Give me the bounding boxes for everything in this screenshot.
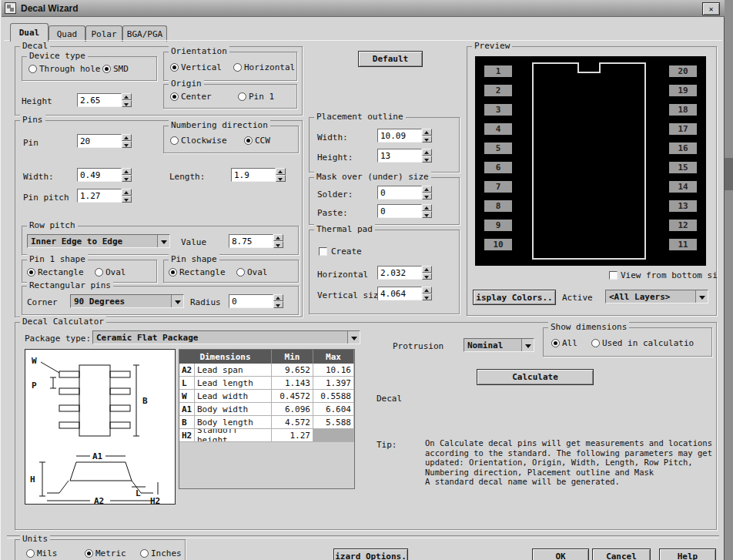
vertical-radio[interactable] <box>170 63 179 72</box>
solder-input[interactable] <box>377 186 422 200</box>
default-button[interactable]: Default <box>358 51 423 67</box>
pins-group-legend: Pins <box>20 115 45 125</box>
thermal-horizontal-spin-up[interactable] <box>422 266 432 273</box>
active-layer-combo[interactable]: <All Layers> <box>605 290 708 303</box>
preview-pin: 12 <box>669 220 697 231</box>
pin1-shape-rectangle-radio[interactable] <box>27 268 35 277</box>
pin-width-spin-up[interactable] <box>122 168 132 175</box>
title-bar[interactable]: Decal Wizard ✕ <box>2 0 725 17</box>
row-min[interactable]: 4.572 <box>272 416 313 429</box>
radius-input[interactable] <box>229 294 273 308</box>
radius-spin-down[interactable] <box>273 301 283 308</box>
row-pitch-mode-value: Inner Edge to Edge <box>28 235 157 247</box>
pin-width-spin-down[interactable] <box>122 175 132 182</box>
protrusion-combo[interactable]: Nominal <box>464 338 534 352</box>
pin-shape-rectangle-radio[interactable] <box>169 268 177 277</box>
tab-bga-pga[interactable]: BGA/PGA <box>122 25 167 42</box>
calculate-button[interactable]: Calculate <box>477 369 594 385</box>
create-checkbox[interactable] <box>319 247 327 256</box>
ok-button[interactable]: OK <box>532 548 589 560</box>
thermal-horizontal-spin-down[interactable] <box>422 273 432 280</box>
row-pitch-value-input[interactable] <box>229 234 273 248</box>
inches-radio[interactable] <box>140 549 149 558</box>
pin-pitch-input[interactable] <box>77 189 122 203</box>
placement-height-input[interactable] <box>377 149 422 163</box>
row-min[interactable]: 6.096 <box>272 403 313 416</box>
pin-length-input[interactable] <box>231 168 276 182</box>
pin-width-input[interactable] <box>77 168 122 182</box>
horizontal-label: Horizontal <box>244 62 295 72</box>
paste-spin-down[interactable] <box>422 211 432 218</box>
thermal-vertical-input[interactable] <box>377 287 422 300</box>
pin1-radio[interactable] <box>238 92 246 101</box>
tab-panel-edge <box>4 40 722 41</box>
placement-height-spin-down[interactable] <box>422 156 432 163</box>
package-type-combo[interactable]: Ceramic Flat Package <box>92 330 360 344</box>
tab-quad[interactable]: Quad <box>49 25 85 42</box>
smd-radio[interactable] <box>102 65 111 73</box>
pin-length-spin-down[interactable] <box>276 175 286 182</box>
placement-width-spin-down[interactable] <box>422 136 432 143</box>
horizontal-radio[interactable] <box>233 63 242 72</box>
pin-length-spin-up[interactable] <box>276 168 286 175</box>
mils-radio[interactable] <box>26 549 35 558</box>
tab-polar[interactable]: Polar <box>85 25 122 42</box>
row-max[interactable]: 6.604 <box>313 403 354 416</box>
ccw-radio[interactable] <box>244 136 253 145</box>
height-input[interactable] <box>77 93 122 107</box>
row-min[interactable]: 1.27 <box>272 429 313 442</box>
through-hole-radio[interactable] <box>28 65 37 73</box>
chevron-down-icon[interactable] <box>157 235 169 247</box>
show-all-radio[interactable] <box>551 339 560 347</box>
row-min[interactable]: 1.143 <box>272 377 313 390</box>
pin-count-spin-down[interactable] <box>122 141 132 148</box>
thermal-horizontal-input[interactable] <box>377 266 422 280</box>
row-pitch-mode-combo[interactable]: Inner Edge to Edge <box>27 234 170 248</box>
row-pitch-spin-down[interactable] <box>273 241 283 248</box>
row-max[interactable]: 10.16 <box>313 364 354 377</box>
corner-combo[interactable]: 90 Degrees <box>70 294 184 308</box>
radius-spin-up[interactable] <box>273 294 283 301</box>
solder-spin-down[interactable] <box>422 193 432 200</box>
chevron-down-icon[interactable] <box>695 290 708 303</box>
pin-pitch-spin-down[interactable] <box>122 196 132 203</box>
row-max[interactable]: 5.588 <box>313 416 354 429</box>
row-pitch-spin-up[interactable] <box>273 234 283 241</box>
thermal-vertical-spin-down[interactable] <box>422 293 432 300</box>
row-min[interactable]: 9.652 <box>272 364 313 377</box>
show-used-radio[interactable] <box>591 339 600 347</box>
paste-input[interactable] <box>377 204 422 218</box>
chevron-down-icon[interactable] <box>171 295 183 307</box>
row-max[interactable]: 1.397 <box>313 377 354 390</box>
chevron-down-icon[interactable] <box>347 331 360 344</box>
placement-height-spin-up[interactable] <box>422 149 432 156</box>
wizard-options-button[interactable]: izard Options. <box>333 548 408 560</box>
pin-shape-oval-radio[interactable] <box>236 268 245 277</box>
chevron-down-icon[interactable] <box>521 339 534 351</box>
height-spin-down[interactable] <box>122 100 132 107</box>
solder-spin-up[interactable] <box>422 186 432 193</box>
thermal-vertical-spin-up[interactable] <box>422 287 432 293</box>
view-from-bottom-checkbox[interactable] <box>609 271 618 280</box>
pin-count-input[interactable] <box>77 134 122 148</box>
row-min[interactable]: 0.4572 <box>272 390 313 403</box>
metric-radio[interactable] <box>85 549 93 558</box>
paste-spin-up[interactable] <box>422 204 432 211</box>
tab-dual[interactable]: Dual <box>10 23 49 42</box>
create-label: Create <box>331 246 362 257</box>
pin-pitch-spin-up[interactable] <box>122 189 132 196</box>
help-button[interactable]: Help <box>659 548 716 560</box>
display-colors-button[interactable]: isplay Colors.. <box>473 290 556 305</box>
preview-pin: 10 <box>484 239 512 250</box>
center-radio[interactable] <box>170 92 179 101</box>
placement-width-spin-up[interactable] <box>422 129 432 136</box>
close-button[interactable]: ✕ <box>702 2 720 15</box>
pin-count-spin-up[interactable] <box>122 134 132 141</box>
row-max[interactable]: 0.5588 <box>313 390 354 403</box>
placement-width-input[interactable] <box>377 129 422 143</box>
clockwise-radio[interactable] <box>170 136 179 145</box>
height-spin-up[interactable] <box>122 93 132 100</box>
preview-pin: 14 <box>669 181 697 193</box>
pin1-shape-oval-radio[interactable] <box>95 268 103 277</box>
cancel-button[interactable]: Cancel <box>592 548 651 560</box>
